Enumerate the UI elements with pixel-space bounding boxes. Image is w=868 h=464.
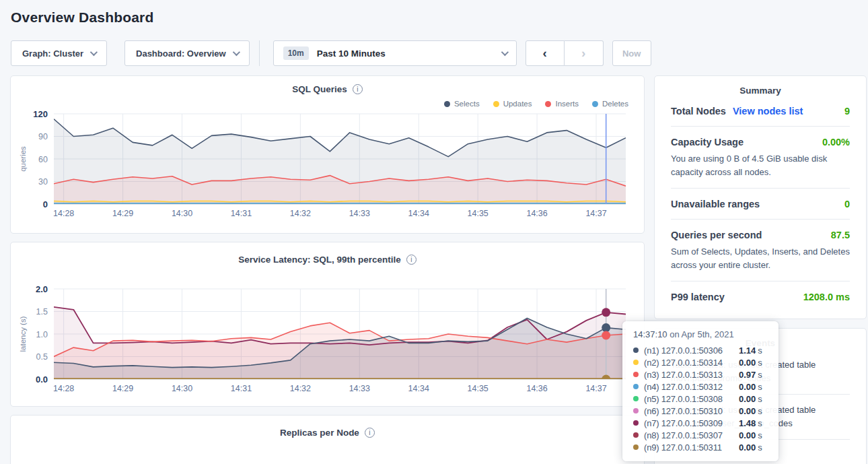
latency-unit: s bbox=[758, 430, 762, 440]
graph-dropdown[interactable]: Graph: Cluster bbox=[11, 40, 107, 66]
legend-label: Deletes bbox=[602, 100, 628, 108]
hover-dot bbox=[602, 331, 610, 340]
unavailable-ranges-label: Unavailable ranges bbox=[671, 199, 760, 209]
tooltip-timestamp: 14:37:10 on Apr 5th, 2021 bbox=[633, 329, 769, 339]
y-axis-tick-label: 1.0 bbox=[36, 330, 48, 339]
latency-unit: s bbox=[758, 370, 762, 380]
p99-latency-value: 1208.0 ms bbox=[803, 292, 850, 302]
time-range-selector[interactable]: 10m Past 10 Minutes bbox=[273, 40, 517, 66]
replicas-per-node-title: Replicas per Node bbox=[280, 428, 359, 438]
legend-item-selects[interactable]: Selects bbox=[444, 99, 480, 108]
capacity-usage-label: Capacity Usage bbox=[671, 137, 744, 147]
hover-dot bbox=[602, 323, 610, 332]
node-color-dot bbox=[633, 347, 639, 353]
time-prev-button[interactable]: ‹ bbox=[526, 40, 565, 66]
node-latency-value: 0.00 bbox=[739, 382, 756, 392]
summary-panel: Summary Total Nodes View nodes list 9 Ca… bbox=[654, 75, 867, 319]
tooltip-rows: (n1) 127.0.0.1:503061.14s(n2) 127.0.0.1:… bbox=[633, 344, 769, 453]
tooltip-row: (n9) 127.0.0.1:503110.00s bbox=[633, 441, 769, 453]
node-address: (n8) 127.0.0.1:50307 bbox=[644, 430, 739, 440]
x-axis-tick-label: 14:32 bbox=[290, 384, 311, 393]
node-latency-value: 0.00 bbox=[739, 442, 756, 453]
node-color-dot bbox=[633, 396, 639, 401]
sql-queries-card: SQL Queries i SelectsUpdatesInsertsDelet… bbox=[10, 75, 645, 234]
service-latency-chart[interactable]: 0.00.51.01.52.014:2814:2914:3014:3114:32… bbox=[17, 284, 638, 395]
charts-column: SQL Queries i SelectsUpdatesInsertsDelet… bbox=[10, 75, 645, 464]
info-icon[interactable]: i bbox=[365, 428, 375, 438]
summary-qps: Queries per second 87.5 Sum of Selects, … bbox=[671, 220, 850, 281]
info-icon[interactable]: i bbox=[353, 84, 363, 94]
tooltip-row: (n8) 127.0.0.1:503070.00s bbox=[633, 429, 769, 441]
time-step-buttons: ‹ › bbox=[526, 40, 604, 66]
qps-label: Queries per second bbox=[671, 230, 762, 240]
tooltip-row: (n3) 127.0.0.1:503130.97s bbox=[633, 368, 769, 380]
node-color-dot bbox=[633, 420, 639, 426]
legend-item-deletes[interactable]: Deletes bbox=[592, 99, 628, 108]
chevron-down-icon bbox=[501, 48, 508, 56]
node-color-dot bbox=[633, 372, 639, 377]
y-axis-tick-label: 30 bbox=[38, 177, 48, 187]
tooltip-row: (n6) 127.0.0.1:503100.00s bbox=[633, 405, 769, 417]
node-color-dot bbox=[633, 384, 639, 389]
toolbar-divider bbox=[259, 40, 260, 66]
latency-unit: s bbox=[758, 345, 762, 356]
capacity-usage-value: 0.00% bbox=[822, 137, 850, 147]
latency-unit: s bbox=[758, 358, 762, 368]
node-address: (n3) 127.0.0.1:50313 bbox=[644, 370, 739, 380]
capacity-usage-desc: You are using 0 B of 4.5 GiB usable disk… bbox=[671, 152, 850, 178]
latency-unit: s bbox=[758, 406, 762, 416]
summary-unavailable-ranges: Unavailable ranges 0 bbox=[671, 189, 850, 220]
x-axis-tick-label: 14:28 bbox=[53, 384, 74, 393]
y-axis-title: latency (s) bbox=[19, 316, 27, 352]
x-axis-tick-label: 14:29 bbox=[112, 209, 133, 218]
hover-dot bbox=[602, 375, 610, 384]
dashboard-dropdown[interactable]: Dashboard: Overview bbox=[124, 40, 250, 66]
y-axis-tick-label: 60 bbox=[38, 155, 48, 164]
latency-unit: s bbox=[758, 418, 762, 428]
x-axis-tick-label: 14:33 bbox=[349, 384, 370, 393]
legend-label: Selects bbox=[454, 100, 480, 108]
x-axis-tick-label: 14:31 bbox=[231, 384, 252, 393]
sql-queries-legend: SelectsUpdatesInsertsDeletes bbox=[17, 99, 638, 108]
x-axis-tick-label: 14:28 bbox=[53, 209, 74, 218]
legend-dot bbox=[444, 101, 450, 107]
legend-dot bbox=[545, 101, 551, 107]
y-axis-tick-label: 0.0 bbox=[36, 374, 48, 385]
time-next-button[interactable]: › bbox=[565, 40, 604, 66]
node-color-dot bbox=[633, 360, 639, 365]
x-axis-tick-label: 14:30 bbox=[172, 209, 192, 218]
legend-item-inserts[interactable]: Inserts bbox=[545, 99, 579, 108]
y-axis-tick-label: 2.0 bbox=[36, 284, 48, 294]
summary-total-nodes: Total Nodes View nodes list 9 bbox=[671, 96, 850, 127]
y-axis-tick-label: 0.5 bbox=[36, 352, 48, 362]
x-axis-tick-label: 14:32 bbox=[290, 209, 311, 218]
page-title: Overview Dashboard bbox=[11, 9, 857, 26]
tooltip-row: (n4) 127.0.0.1:503120.00s bbox=[633, 380, 769, 393]
legend-dot bbox=[592, 101, 598, 107]
chevron-down-icon bbox=[90, 48, 98, 56]
node-latency-value: 1.14 bbox=[739, 345, 756, 356]
summary-p99-latency: P99 latency 1208.0 ms bbox=[671, 281, 850, 312]
node-latency-value: 0.00 bbox=[739, 430, 756, 440]
legend-item-updates[interactable]: Updates bbox=[493, 99, 532, 108]
time-now-button[interactable]: Now bbox=[612, 40, 651, 66]
view-nodes-list-link[interactable]: View nodes list bbox=[733, 106, 803, 117]
qps-value: 87.5 bbox=[831, 230, 850, 240]
sql-queries-chart[interactable]: 030609012014:2814:2914:3014:3114:3214:33… bbox=[17, 108, 638, 220]
legend-dot bbox=[493, 101, 499, 107]
p99-latency-label: P99 latency bbox=[671, 292, 725, 302]
service-latency-card: Service Latency: SQL, 99th percentile i … bbox=[10, 242, 645, 407]
x-axis-tick-label: 14:36 bbox=[526, 209, 547, 218]
toolbar: Graph: Cluster Dashboard: Overview 10m P… bbox=[11, 40, 857, 66]
x-axis-tick-label: 14:35 bbox=[468, 384, 489, 393]
latency-unit: s bbox=[758, 394, 762, 404]
info-icon[interactable]: i bbox=[406, 255, 417, 265]
node-latency-value: 0.00 bbox=[739, 394, 756, 404]
latency-unit: s bbox=[758, 382, 762, 392]
time-range-label: Past 10 Minutes bbox=[317, 48, 493, 59]
tooltip-time: 14:37:10 bbox=[633, 329, 667, 339]
latency-unit: s bbox=[758, 442, 762, 453]
node-color-dot bbox=[633, 408, 639, 413]
node-address: (n1) 127.0.0.1:50306 bbox=[644, 345, 739, 356]
total-nodes-label: Total Nodes bbox=[671, 106, 726, 117]
